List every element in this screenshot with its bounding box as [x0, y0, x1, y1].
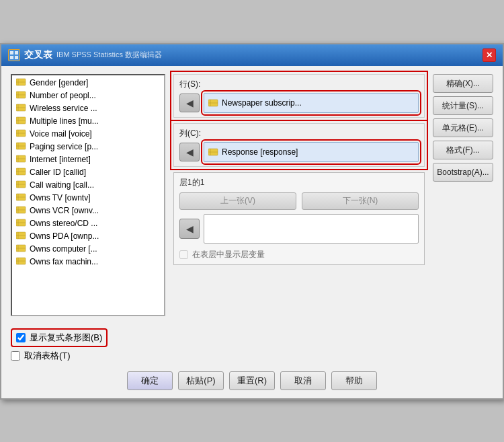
- layer-display-checkbox[interactable]: [179, 250, 188, 259]
- main-window: 交叉表 IBM SPSS Statistics 数据编辑器 ✕ Gender […: [0, 43, 504, 400]
- layer-label: 层1的1: [179, 177, 419, 188]
- list-item[interactable]: Owns PDA [ownp...: [13, 230, 163, 243]
- list-item[interactable]: Gender [gender]: [13, 77, 163, 89]
- paste-button[interactable]: 粘贴(P): [178, 371, 224, 390]
- row-field-row: ◀ Newspaper subscrip...: [179, 93, 419, 113]
- format-button[interactable]: 格式(F)...: [433, 141, 493, 159]
- layer-check-label: 在表层中显示层变量: [192, 249, 265, 260]
- row-label: 行(S):: [179, 79, 419, 90]
- variable-label: Owns fax machin...: [30, 257, 98, 266]
- col-arrow-button[interactable]: ◀: [179, 143, 200, 161]
- close-button[interactable]: ✕: [482, 48, 496, 62]
- var-icon: [16, 206, 27, 216]
- col-field-value: Response [response]: [222, 147, 298, 157]
- svg-rect-4: [15, 56, 18, 59]
- variable-label: Owns VCR [ownv...: [30, 206, 99, 215]
- list-item[interactable]: Internet [internet]: [13, 153, 163, 166]
- list-item[interactable]: Call waiting [call...: [13, 179, 163, 192]
- list-item[interactable]: Owns computer [...: [13, 243, 163, 256]
- list-item[interactable]: Owns stereo/CD ...: [13, 217, 163, 230]
- prev-layer-button[interactable]: 上一张(V): [179, 192, 296, 210]
- var-icon: [16, 116, 27, 126]
- right-buttons-panel: 精确(X)... 统计量(S)... 单元格(E)... 格式(F)... Bo…: [433, 74, 493, 316]
- var-icon: [16, 168, 27, 178]
- list-item[interactable]: Owns fax machin...: [13, 256, 163, 268]
- var-icon: [16, 142, 27, 152]
- help-button[interactable]: 帮助: [331, 371, 377, 390]
- col-section: 列(C): ◀ Response [response]: [173, 123, 425, 167]
- bar-chart-checkbox[interactable]: [16, 333, 26, 342]
- bootstrap-button[interactable]: Bootstrap(A)...: [433, 163, 493, 182]
- var-icon: [16, 155, 27, 165]
- suppress-table-row: 取消表格(T): [11, 350, 493, 362]
- layer-arrow-button[interactable]: ◀: [179, 219, 200, 239]
- variable-label: Voice mail [voice]: [30, 129, 92, 139]
- var-icon: [16, 78, 27, 88]
- main-content: Gender [gender] Number of peopl... Wirel…: [1, 66, 503, 324]
- title-bar: 交叉表 IBM SPSS Statistics 数据编辑器 ✕: [1, 44, 503, 66]
- list-item[interactable]: Wireless service ...: [13, 102, 163, 115]
- variable-list-panel: Gender [gender] Number of peopl... Wirel…: [11, 74, 165, 316]
- col-var-icon: [208, 148, 219, 156]
- variable-label: Call waiting [call...: [30, 180, 94, 190]
- variable-label: Internet [internet]: [30, 155, 91, 164]
- var-icon: [16, 219, 27, 229]
- variable-label: Owns stereo/CD ...: [30, 219, 97, 228]
- stats-button[interactable]: 统计量(S)...: [433, 96, 493, 115]
- app-icon: [8, 49, 20, 61]
- col-label: 列(C):: [179, 128, 419, 139]
- suppress-table-checkbox[interactable]: [11, 351, 20, 361]
- layer-content: ◀: [179, 214, 419, 244]
- col-field-box[interactable]: Response [response]: [204, 142, 419, 162]
- cancel-button[interactable]: 取消: [280, 371, 326, 390]
- bottom-checks: 显示复式条形图(B) 取消表格(T): [1, 324, 503, 366]
- bar-chart-label: 显示复式条形图(B): [30, 332, 102, 344]
- variable-label: Owns PDA [ownp...: [30, 231, 99, 241]
- variable-label: Owns computer [...: [30, 244, 97, 254]
- variable-label: Paging service [p...: [30, 142, 98, 151]
- next-layer-button[interactable]: 下一张(N): [302, 192, 419, 210]
- var-icon: [16, 129, 27, 139]
- row-section: 行(S): ◀ Newspaper subscrip...: [173, 74, 425, 118]
- window-title: 交叉表: [24, 49, 52, 61]
- layer-check-row: 在表层中显示层变量: [179, 249, 419, 260]
- col-field-row: ◀ Response [response]: [179, 142, 419, 162]
- variable-label: Owns TV [owntv]: [30, 193, 90, 202]
- bar-chart-row: 显示复式条形图(B): [11, 328, 108, 347]
- variable-label: Multiple lines [mu...: [30, 116, 99, 126]
- svg-rect-1: [10, 51, 13, 54]
- layer-nav: 上一张(V) 下一张(N): [179, 192, 419, 210]
- variable-label: Wireless service ...: [30, 104, 97, 113]
- var-icon: [16, 180, 27, 190]
- window-subtitle: IBM SPSS Statistics 数据编辑器: [56, 50, 162, 60]
- variable-label: Gender [gender]: [30, 78, 88, 87]
- field-panel: 行(S): ◀ Newspaper subscrip...: [173, 74, 425, 316]
- list-item[interactable]: Paging service [p...: [13, 141, 163, 153]
- list-item[interactable]: Voice mail [voice]: [13, 128, 163, 141]
- row-field-value: Newspaper subscrip...: [222, 98, 302, 108]
- reset-button[interactable]: 重置(R): [229, 371, 275, 390]
- list-item[interactable]: Owns VCR [ownv...: [13, 205, 163, 217]
- svg-rect-2: [15, 51, 18, 54]
- bottom-buttons: 确定 粘贴(P) 重置(R) 取消 帮助: [1, 366, 503, 398]
- variable-list[interactable]: Gender [gender] Number of peopl... Wirel…: [11, 74, 165, 316]
- suppress-table-label: 取消表格(T): [24, 350, 71, 362]
- var-icon: [16, 231, 27, 242]
- row-arrow-button[interactable]: ◀: [179, 94, 200, 112]
- cells-button[interactable]: 单元格(E)...: [433, 118, 493, 137]
- list-item[interactable]: Number of peopl...: [13, 89, 163, 102]
- row-var-icon: [208, 99, 219, 107]
- list-item[interactable]: Caller ID [callid]: [13, 166, 163, 179]
- var-icon: [16, 244, 27, 254]
- ok-button[interactable]: 确定: [127, 371, 173, 390]
- variable-label: Number of peopl...: [30, 91, 96, 100]
- layer-field-box[interactable]: [204, 214, 419, 244]
- exact-button[interactable]: 精确(X)...: [433, 74, 493, 93]
- var-icon: [16, 104, 27, 114]
- list-item[interactable]: Owns TV [owntv]: [13, 192, 163, 205]
- variable-label: Caller ID [callid]: [30, 168, 86, 177]
- var-icon: [16, 91, 27, 101]
- list-item[interactable]: Multiple lines [mu...: [13, 115, 163, 128]
- var-icon: [16, 193, 27, 203]
- row-field-box[interactable]: Newspaper subscrip...: [204, 93, 419, 113]
